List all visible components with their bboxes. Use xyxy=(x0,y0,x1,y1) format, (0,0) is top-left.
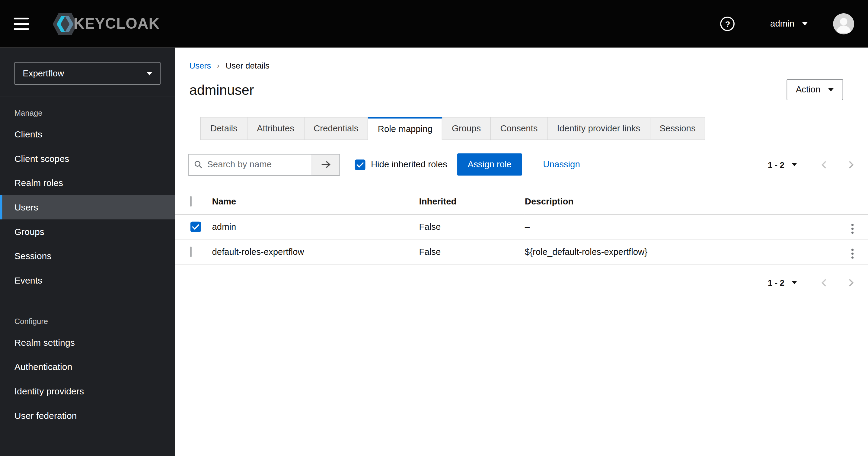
role-name: default-roles-expertflow xyxy=(212,239,419,264)
avatar-placeholder-icon xyxy=(833,13,854,34)
main-content: Users › User details adminuser Action De… xyxy=(175,48,868,456)
hide-inherited-checkbox[interactable] xyxy=(355,159,366,170)
pagination-menu-toggle[interactable]: 1 - 2 xyxy=(768,278,797,287)
search-input[interactable] xyxy=(207,160,306,169)
chevron-down-icon xyxy=(792,163,797,166)
chevron-down-icon xyxy=(792,281,797,284)
sidebar-item-events[interactable]: Events xyxy=(0,268,175,293)
sidebar-item-users[interactable]: Users xyxy=(0,195,175,220)
sidebar-item-clients[interactable]: Clients xyxy=(0,122,175,146)
bottom-pagination: 1 - 2 xyxy=(768,278,855,287)
tab-details[interactable]: Details xyxy=(200,117,247,140)
pagination-prev-button[interactable] xyxy=(820,160,828,169)
hide-inherited-label: Hide inherited roles xyxy=(371,160,447,169)
sidebar-item-client-scopes[interactable]: Client scopes xyxy=(0,146,175,171)
column-header-description: Description xyxy=(525,189,836,214)
pagination-next-button[interactable] xyxy=(847,278,855,287)
nav-section-title: Configure xyxy=(0,307,175,330)
search-group xyxy=(188,154,340,175)
row-checkbox[interactable] xyxy=(190,246,192,257)
sidebar-item-identity-providers[interactable]: Identity providers xyxy=(0,379,175,403)
search-submit-button[interactable] xyxy=(312,154,340,175)
pagination-range: 1 - 2 xyxy=(768,278,784,287)
hide-inherited-roles-group: Hide inherited roles xyxy=(355,159,447,170)
page-header: adminuser Action xyxy=(175,70,868,100)
pagination-nav xyxy=(820,160,855,169)
chevron-right-icon xyxy=(847,278,855,287)
help-icon[interactable]: ? xyxy=(720,17,735,31)
chevron-left-icon xyxy=(820,160,828,169)
sidebar-item-sessions[interactable]: Sessions xyxy=(0,244,175,268)
nav-toggle-hamburger-icon[interactable] xyxy=(14,18,29,30)
chevron-left-icon xyxy=(820,278,828,287)
table-row: default-roles-expertflow False ${role_de… xyxy=(175,239,868,264)
role-description: ${role_default-roles-expertflow} xyxy=(525,239,836,264)
sidebar-nav: Manage Clients Client scopes Realm roles… xyxy=(0,96,175,428)
brand-text: KEYCLOAK xyxy=(74,15,160,32)
table-row: admin False – xyxy=(175,215,868,239)
action-dropdown-label: Action xyxy=(796,85,820,95)
pagination-menu-toggle[interactable]: 1 - 2 xyxy=(768,160,797,169)
breadcrumb-users-link[interactable]: Users xyxy=(189,61,211,70)
tab-sessions[interactable]: Sessions xyxy=(650,117,705,140)
assign-role-button[interactable]: Assign role xyxy=(457,153,522,175)
pagination-nav xyxy=(820,278,855,287)
chevron-down-icon xyxy=(802,22,808,25)
action-dropdown-button[interactable]: Action xyxy=(786,79,843,100)
chevron-down-icon xyxy=(828,88,834,91)
masthead-right: ? admin xyxy=(720,13,854,34)
nav-section-configure: Configure Realm settings Authentication … xyxy=(0,307,175,428)
nav-section-title: Manage xyxy=(0,98,175,122)
realm-selector[interactable]: Expertflow xyxy=(14,62,161,85)
kebab-menu-icon[interactable] xyxy=(848,221,857,236)
realm-selector-value: Expertflow xyxy=(23,68,64,79)
kebab-menu-icon[interactable] xyxy=(848,246,857,261)
role-inherited: False xyxy=(419,215,525,239)
tab-groups[interactable]: Groups xyxy=(442,117,491,140)
sidebar-item-user-federation[interactable]: User federation xyxy=(0,403,175,428)
column-header-name: Name xyxy=(212,189,419,214)
top-pagination: 1 - 2 xyxy=(768,160,855,169)
pagination-next-button[interactable] xyxy=(847,160,855,169)
chevron-down-icon xyxy=(147,72,152,75)
role-name: admin xyxy=(212,215,419,239)
masthead: KEYCLOAK ? admin xyxy=(0,0,868,48)
keycloak-logo[interactable]: KEYCLOAK xyxy=(52,11,160,37)
username: admin xyxy=(770,19,794,29)
pagination-prev-button[interactable] xyxy=(820,278,828,287)
avatar xyxy=(833,13,854,34)
unassign-link[interactable]: Unassign xyxy=(543,160,580,169)
tab-role-mapping[interactable]: Role mapping xyxy=(369,117,442,140)
nav-section-manage: Manage Clients Client scopes Realm roles… xyxy=(0,98,175,292)
table-header-row: Name Inherited Description xyxy=(175,189,868,214)
bottom-pagination-wrap: 1 - 2 xyxy=(175,264,868,287)
tab-consents[interactable]: Consents xyxy=(491,117,548,140)
select-all-checkbox[interactable] xyxy=(190,196,192,206)
tab-credentials[interactable]: Credentials xyxy=(304,117,369,140)
arrow-right-icon xyxy=(320,160,331,169)
role-mapping-table: Name Inherited Description admin False – xyxy=(175,189,868,264)
sidebar-item-groups[interactable]: Groups xyxy=(0,219,175,244)
sidebar: Expertflow Manage Clients Client scopes … xyxy=(0,48,175,456)
toolbar: Hide inherited roles Assign role Unassig… xyxy=(175,140,868,175)
breadcrumb: Users › User details xyxy=(175,48,868,70)
row-checkbox[interactable] xyxy=(190,222,201,232)
user-menu[interactable]: admin xyxy=(770,19,808,29)
tabs: Details Attributes Credentials Role mapp… xyxy=(200,117,868,140)
breadcrumb-current: User details xyxy=(225,61,269,70)
pagination-range: 1 - 2 xyxy=(768,160,784,169)
search-icon xyxy=(194,160,202,169)
page-title: adminuser xyxy=(189,82,254,98)
role-inherited: False xyxy=(419,239,525,264)
sidebar-item-realm-settings[interactable]: Realm settings xyxy=(0,330,175,354)
column-header-inherited: Inherited xyxy=(419,189,525,214)
breadcrumb-separator-icon: › xyxy=(217,62,219,70)
search-box xyxy=(188,154,312,175)
chevron-right-icon xyxy=(847,160,855,169)
keycloak-admin-console: KEYCLOAK ? admin Expertflow xyxy=(0,0,868,456)
tab-attributes[interactable]: Attributes xyxy=(247,117,304,140)
role-description: – xyxy=(525,215,836,239)
sidebar-item-authentication[interactable]: Authentication xyxy=(0,354,175,379)
tab-identity-provider-links[interactable]: Identity provider links xyxy=(548,117,650,140)
sidebar-item-realm-roles[interactable]: Realm roles xyxy=(0,171,175,195)
